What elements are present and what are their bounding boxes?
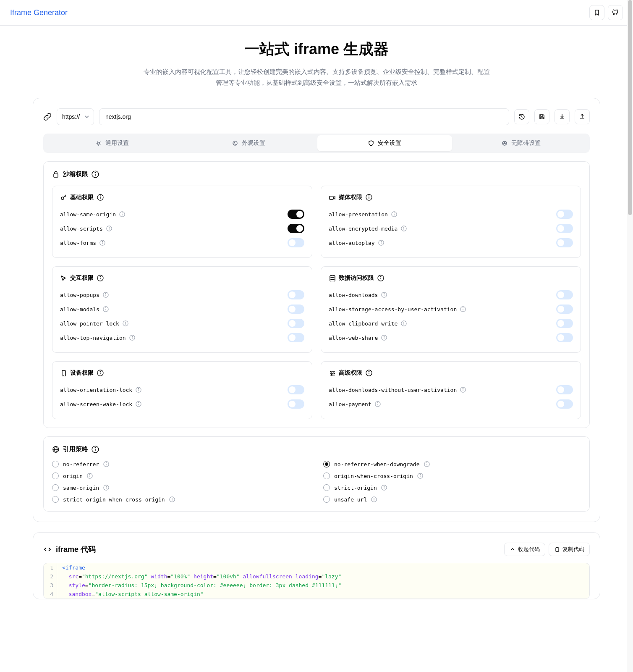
referrer-option[interactable]: same-origin	[52, 484, 310, 491]
perm-row: allow-downloads	[329, 288, 573, 302]
referrer-option[interactable]: origin-when-cross-origin	[323, 472, 581, 479]
info-icon[interactable]	[366, 194, 372, 201]
history-button[interactable]	[514, 109, 529, 124]
tab-3[interactable]: 无障碍设置	[454, 135, 589, 151]
toggle-allow-storage-access-by-user-activation[interactable]	[556, 304, 573, 314]
radio[interactable]	[323, 484, 330, 491]
referrer-option[interactable]: unsafe-url	[323, 496, 581, 503]
toggle-allow-encrypted-media[interactable]	[556, 224, 573, 233]
radio[interactable]	[323, 461, 330, 467]
radio[interactable]	[52, 484, 59, 491]
info-icon[interactable]	[375, 401, 381, 407]
info-icon[interactable]	[103, 292, 109, 298]
info-icon[interactable]	[97, 194, 104, 201]
info-icon[interactable]	[92, 446, 99, 453]
info-icon[interactable]	[381, 335, 387, 341]
bookmark-button[interactable]	[589, 5, 604, 20]
toggle-allow-popups[interactable]	[288, 290, 304, 299]
tab-1[interactable]: 外观设置	[181, 135, 316, 151]
perm-label: allow-same-origin	[60, 211, 125, 218]
info-icon[interactable]	[377, 275, 384, 281]
info-icon[interactable]	[99, 240, 105, 246]
hero: 一站式 iframe 生成器 专业的嵌入内容可视化配置工具，让您轻松创建完美的嵌…	[132, 26, 501, 98]
toggle-allow-forms[interactable]	[288, 238, 304, 247]
radio[interactable]	[52, 496, 59, 503]
copy-code-button[interactable]: 复制代码	[549, 543, 590, 556]
perm-label: allow-downloads-without-user-activation	[329, 387, 466, 393]
scrollbar-thumb[interactable]	[628, 0, 632, 215]
info-icon[interactable]	[378, 240, 384, 246]
referrer-option[interactable]: strict-origin	[323, 484, 581, 491]
radio[interactable]	[323, 472, 330, 479]
referrer-section-head: 引用策略	[52, 445, 581, 453]
referrer-option[interactable]: origin	[52, 472, 310, 479]
toggle-allow-downloads-without-user-activation[interactable]	[556, 385, 573, 394]
perm-label: allow-popups	[60, 292, 109, 298]
info-icon[interactable]	[391, 211, 397, 217]
info-icon[interactable]	[119, 211, 125, 217]
toggle-allow-downloads[interactable]	[556, 290, 573, 299]
info-icon[interactable]	[97, 370, 104, 376]
toggle-allow-presentation[interactable]	[556, 210, 573, 219]
toggle-allow-scripts[interactable]	[288, 224, 304, 233]
info-icon[interactable]	[424, 461, 430, 467]
info-icon[interactable]	[381, 485, 387, 491]
toggle-allow-top-navigation[interactable]	[288, 333, 304, 342]
scrollbar[interactable]	[627, 0, 633, 626]
sandbox-title: 沙箱权限	[63, 170, 88, 178]
info-icon[interactable]	[401, 320, 407, 326]
brand-link[interactable]: Iframe Generator	[10, 8, 68, 17]
info-icon[interactable]	[129, 335, 135, 341]
radio-label: strict-origin-when-cross-origin	[63, 496, 165, 503]
share-button[interactable]	[575, 109, 590, 124]
info-icon[interactable]	[381, 292, 387, 298]
protocol-select[interactable]: https://	[57, 108, 94, 125]
radio[interactable]	[323, 496, 330, 503]
info-icon[interactable]	[460, 387, 466, 393]
config-card: https:// 通用设置外观设置安全设置无障碍设置 沙箱权限 基础权限allo…	[33, 98, 600, 522]
line-number: 4	[44, 590, 57, 598]
referrer-option[interactable]: no-referrer	[52, 461, 310, 467]
tab-2[interactable]: 安全设置	[317, 135, 452, 151]
toggle-allow-modals[interactable]	[288, 304, 304, 314]
info-icon[interactable]	[103, 461, 109, 467]
toggle-allow-web-share[interactable]	[556, 333, 573, 342]
toggle-allow-pointer-lock[interactable]	[288, 319, 304, 328]
info-icon[interactable]	[103, 485, 109, 491]
info-icon[interactable]	[92, 171, 99, 178]
info-icon[interactable]	[106, 226, 112, 231]
radio[interactable]	[52, 461, 59, 467]
referrer-option[interactable]: no-referrer-when-downgrade	[323, 461, 581, 467]
toggle-allow-same-origin[interactable]	[288, 210, 304, 219]
info-icon[interactable]	[366, 370, 372, 376]
info-icon[interactable]	[97, 275, 104, 281]
info-icon[interactable]	[169, 496, 175, 502]
github-button[interactable]	[608, 5, 623, 20]
collapse-code-button[interactable]: 收起代码	[504, 543, 545, 556]
info-icon[interactable]	[123, 320, 128, 326]
info-icon[interactable]	[136, 401, 141, 407]
toggle-allow-autoplay[interactable]	[556, 238, 573, 247]
perm-label: allow-top-navigation	[60, 335, 135, 341]
download-button[interactable]	[555, 109, 570, 124]
toggle-allow-orientation-lock[interactable]	[288, 385, 304, 394]
info-icon[interactable]	[460, 306, 466, 312]
radio[interactable]	[52, 472, 59, 479]
info-icon[interactable]	[401, 226, 407, 231]
bookmark-icon	[594, 9, 600, 16]
toggle-allow-payment[interactable]	[556, 399, 573, 409]
toggle-allow-clipboard-write[interactable]	[556, 319, 573, 328]
perm-row: allow-screen-wake-lock	[60, 397, 304, 411]
referrer-option[interactable]: strict-origin-when-cross-origin	[52, 496, 310, 503]
line-number: 2	[44, 572, 57, 581]
perm-group: 设备权限allow-orientation-lockallow-screen-w…	[52, 361, 312, 419]
info-icon[interactable]	[87, 473, 93, 479]
info-icon[interactable]	[103, 306, 109, 312]
info-icon[interactable]	[371, 496, 377, 502]
tab-0[interactable]: 通用设置	[45, 135, 180, 151]
url-input[interactable]	[99, 108, 509, 125]
save-button[interactable]	[534, 109, 549, 124]
toggle-allow-screen-wake-lock[interactable]	[288, 399, 304, 409]
info-icon[interactable]	[136, 387, 141, 393]
info-icon[interactable]	[417, 473, 423, 479]
